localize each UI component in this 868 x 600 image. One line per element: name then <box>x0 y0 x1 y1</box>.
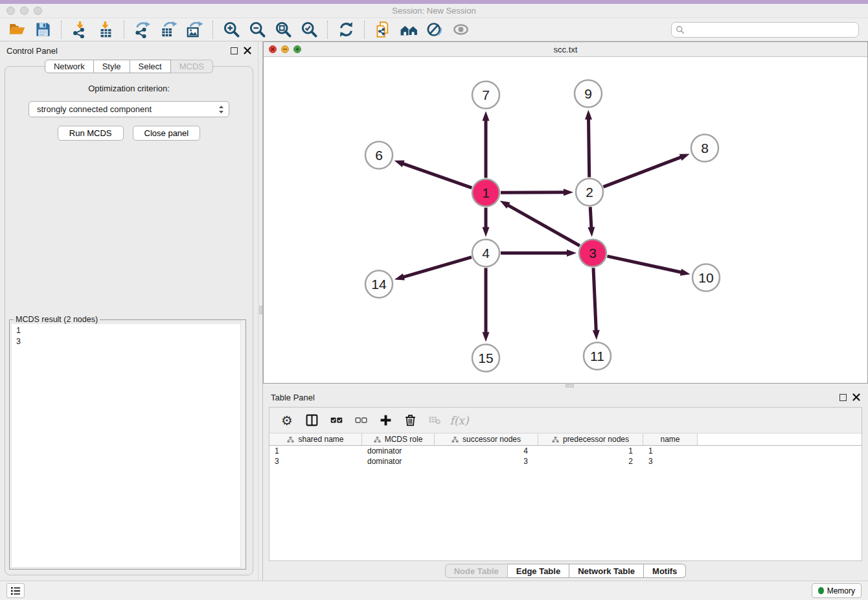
table-cell[interactable]: 4 <box>435 446 538 456</box>
graph-node-6[interactable]: 6 <box>365 142 393 169</box>
table-cell[interactable]: 1 <box>643 446 698 456</box>
clone-network-button[interactable] <box>370 19 396 40</box>
graph-node-11[interactable]: 11 <box>584 343 611 370</box>
export-table-button[interactable] <box>155 19 181 40</box>
graph-node-3[interactable]: 3 <box>579 240 606 267</box>
graph-node-7[interactable]: 7 <box>472 82 499 109</box>
zoom-in-button[interactable] <box>218 19 244 40</box>
deselect-all-columns-button[interactable] <box>350 410 372 431</box>
column-sort-icon <box>451 436 459 443</box>
table-row[interactable]: 1dominator411 <box>269 446 862 456</box>
export-image-button[interactable] <box>181 19 207 40</box>
column-header-shared-name[interactable]: shared name <box>269 433 362 445</box>
graph-edge-2-9[interactable] <box>589 118 589 177</box>
column-header-filler <box>698 433 862 445</box>
main-toolbar <box>0 18 868 41</box>
graph-edge-1-6[interactable] <box>402 163 472 188</box>
table-cell[interactable]: 1 <box>269 446 362 456</box>
gear-icon: ⚙ <box>281 414 293 427</box>
graph-node-4[interactable]: 4 <box>472 240 499 267</box>
graph-edge-1-2[interactable] <box>501 192 565 193</box>
function-builder-button[interactable]: f(x) <box>448 410 470 431</box>
open-session-button[interactable] <box>4 19 30 40</box>
column-header-predecessor-nodes[interactable]: predecessor nodes <box>538 433 643 445</box>
delete-column-button[interactable] <box>399 410 421 431</box>
zoom-selected-button[interactable] <box>296 19 322 40</box>
plus-icon <box>379 413 393 427</box>
graph-edge-arrowhead <box>564 189 573 196</box>
graph-node-14[interactable]: 14 <box>365 271 393 298</box>
tab-select[interactable]: Select <box>130 60 171 73</box>
table-cell[interactable]: 3 <box>643 457 698 466</box>
list-icon <box>10 586 21 595</box>
column-header-successor-nodes[interactable]: successor nodes <box>435 433 538 445</box>
network-canvas[interactable]: 7968124314101511 <box>264 57 867 383</box>
delete-table-button[interactable] <box>424 410 446 431</box>
splitter-grip[interactable] <box>259 306 262 314</box>
hide-graphics-details-button[interactable] <box>422 19 448 40</box>
export-network-button[interactable] <box>130 19 155 40</box>
show-graphics-details-button[interactable] <box>448 19 474 40</box>
svg-text:4: 4 <box>482 246 490 260</box>
refresh-button[interactable] <box>333 19 359 40</box>
zoom-out-button[interactable] <box>244 19 270 40</box>
task-history-button[interactable] <box>6 583 25 598</box>
export-table-icon <box>160 21 177 38</box>
graph-edge-3-11[interactable] <box>593 268 596 331</box>
table-settings-button[interactable]: ⚙ <box>276 410 298 431</box>
criterion-dropdown[interactable]: strongly connected component <box>29 101 229 117</box>
add-column-button[interactable] <box>374 410 396 431</box>
table-cell[interactable]: 1 <box>538 446 643 456</box>
network-window-title: scc.txt <box>264 45 867 54</box>
column-header-name[interactable]: name <box>643 433 698 445</box>
tab-node-table[interactable]: Node Table <box>445 564 508 578</box>
graph-edge-2-3[interactable] <box>590 207 591 228</box>
table-cell[interactable]: 2 <box>538 457 643 466</box>
table-cell[interactable]: 3 <box>435 457 538 466</box>
zoom-fit-button[interactable] <box>270 19 296 40</box>
criterion-value: strongly connected component <box>37 104 218 114</box>
table-cell[interactable]: dominator <box>362 457 435 466</box>
select-all-columns-button[interactable] <box>325 410 347 431</box>
tab-mcds[interactable]: MCDS <box>171 60 213 73</box>
close-panel-icon[interactable] <box>244 47 251 54</box>
graph-node-1[interactable]: 1 <box>472 179 499 207</box>
column-layout-button[interactable] <box>301 410 323 431</box>
splitter-grip[interactable] <box>565 384 574 387</box>
export-image-icon <box>186 21 203 38</box>
table-row[interactable]: 3dominator323 <box>269 456 862 467</box>
run-mcds-button[interactable]: Run MCDS <box>58 126 124 141</box>
graph-node-10[interactable]: 10 <box>692 264 720 292</box>
vertical-splitter[interactable] <box>258 41 263 581</box>
column-header-MCDS-role[interactable]: MCDS role <box>362 433 435 445</box>
horizontal-splitter[interactable] <box>263 384 868 389</box>
float-panel-icon[interactable] <box>231 47 238 54</box>
float-panel-icon[interactable] <box>839 394 847 401</box>
memory-button[interactable]: Memory <box>812 583 862 598</box>
layout-houses-button[interactable] <box>396 19 422 40</box>
tab-network[interactable]: Network <box>45 60 94 73</box>
table-body: 1dominator4113dominator323 <box>269 446 862 560</box>
search-input[interactable] <box>671 22 859 38</box>
tab-style[interactable]: Style <box>94 60 130 73</box>
graph-node-2[interactable]: 2 <box>576 179 603 206</box>
import-table-button[interactable] <box>93 19 119 40</box>
graph-node-9[interactable]: 9 <box>575 80 602 108</box>
graph-edge-3-1[interactable] <box>507 205 580 246</box>
save-session-button[interactable] <box>30 19 56 40</box>
close-panel-icon[interactable] <box>852 393 860 401</box>
table-cell[interactable]: dominator <box>362 446 435 456</box>
close-panel-button[interactable]: Close panel <box>133 126 201 141</box>
graph-edge-4-14[interactable] <box>402 257 471 277</box>
tab-motifs[interactable]: Motifs <box>644 564 686 578</box>
result-scrollbar[interactable] <box>240 320 246 569</box>
graph-node-15[interactable]: 15 <box>472 345 499 372</box>
tab-network-table[interactable]: Network Table <box>569 564 644 578</box>
graph-edge-2-8[interactable] <box>603 157 681 187</box>
graph-edge-3-10[interactable] <box>607 256 681 272</box>
graph-node-8[interactable]: 8 <box>691 135 718 162</box>
import-network-button[interactable] <box>67 19 93 40</box>
mcds-result-text[interactable]: 1 3 <box>12 324 244 567</box>
tab-edge-table[interactable]: Edge Table <box>508 564 569 578</box>
table-cell[interactable]: 3 <box>269 457 362 466</box>
